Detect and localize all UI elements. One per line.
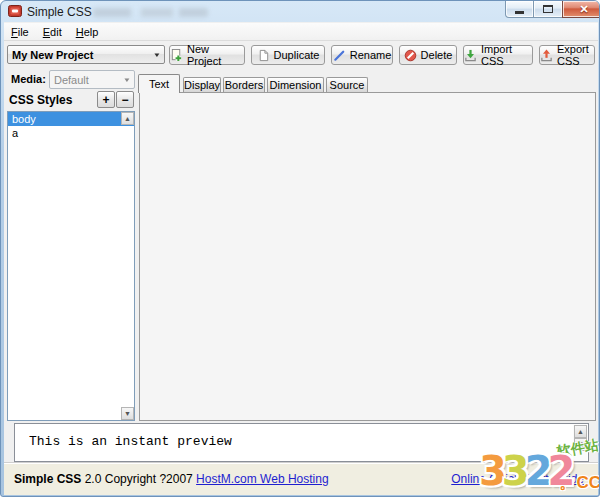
status-right: Online Quick Start Guide: [451, 472, 584, 486]
close-icon: ✕: [579, 3, 588, 16]
duplicate-button[interactable]: Duplicate: [251, 45, 325, 65]
chevron-down-icon: ▼: [153, 52, 161, 58]
menu-lines-icon: ≡: [578, 439, 584, 450]
import-css-label: Import CSS: [481, 43, 532, 67]
list-scroll-down-button[interactable]: ▼: [121, 407, 134, 420]
media-select[interactable]: Default ▼: [49, 70, 135, 89]
tab-text[interactable]: Text: [138, 74, 180, 93]
menu-help[interactable]: Help: [69, 24, 106, 40]
tab-dimension[interactable]: Dimension: [267, 77, 324, 92]
new-project-icon: [170, 49, 183, 62]
media-label: Media:: [11, 73, 46, 85]
rename-label: Rename: [350, 49, 392, 61]
minimize-icon: [515, 11, 524, 14]
text-tab-panel: [139, 92, 596, 421]
scroll-up-icon: ▲: [124, 115, 131, 122]
export-css-button[interactable]: Export CSS: [539, 45, 595, 65]
css-styles-header: CSS Styles: [9, 93, 72, 107]
status-left: Simple CSS 2.0 Copyright ?2007 HostM.com…: [14, 472, 329, 486]
preview-text: This is an instant preview: [29, 434, 232, 449]
delete-icon: [404, 49, 417, 62]
list-scroll-up-button[interactable]: ▲: [121, 112, 134, 125]
status-app-name: Simple CSS: [14, 472, 81, 486]
rename-button[interactable]: Rename: [331, 45, 393, 65]
css-styles-list: body a: [7, 111, 135, 421]
scroll-down-icon: ▼: [124, 410, 131, 417]
rename-icon: [333, 49, 346, 62]
maximize-icon: [543, 5, 553, 13]
status-bar: Simple CSS 2.0 Copyright ?2007 HostM.com…: [4, 462, 598, 495]
app-window: Simple CSS ✕ File Edit Help My New Proje…: [0, 0, 600, 497]
list-item[interactable]: body: [8, 112, 134, 126]
tab-source[interactable]: Source: [326, 77, 368, 92]
preview-pane: This is an instant preview ▲ ≡: [14, 423, 589, 462]
duplicate-label: Duplicate: [274, 49, 320, 61]
menu-bar: File Edit Help: [4, 23, 598, 41]
delete-label: Delete: [421, 49, 453, 61]
new-project-button[interactable]: New Project: [169, 45, 245, 65]
window-controls: ✕: [505, 1, 600, 18]
hostm-link[interactable]: HostM.com Web Hosting: [196, 472, 329, 486]
preview-scrollbar[interactable]: ▲ ≡: [573, 425, 587, 461]
delete-button[interactable]: Delete: [399, 45, 457, 65]
chevron-down-icon: ▼: [123, 77, 131, 83]
list-item[interactable]: a: [8, 126, 134, 140]
new-project-label: New Project: [187, 43, 244, 67]
menu-edit[interactable]: Edit: [36, 24, 69, 40]
import-css-icon: [464, 49, 477, 62]
project-select-value: My New Project: [12, 49, 151, 61]
duplicate-icon: [257, 49, 270, 62]
project-select[interactable]: My New Project ▼: [7, 45, 165, 64]
close-button[interactable]: ✕: [562, 1, 600, 18]
preview-scroll-up-button[interactable]: ▲: [574, 425, 587, 438]
scroll-up-icon: ▲: [577, 428, 584, 435]
app-icon: [8, 4, 22, 18]
status-version: 2.0 Copyright ?2007: [81, 472, 196, 486]
minimize-button[interactable]: [505, 1, 534, 18]
titlebar[interactable]: Simple CSS ✕: [1, 1, 599, 22]
preview-menu-button[interactable]: ≡: [574, 438, 587, 451]
quick-start-link[interactable]: Online Quick Start Guide: [451, 472, 584, 486]
titlebar-watermark: [93, 8, 208, 17]
media-select-value: Default: [54, 74, 121, 86]
export-css-label: Export CSS: [557, 43, 594, 67]
tab-borders[interactable]: Borders: [223, 77, 265, 92]
maximize-button[interactable]: [534, 1, 562, 18]
import-css-button[interactable]: Import CSS: [463, 45, 533, 65]
export-css-icon: [540, 49, 553, 62]
menu-file[interactable]: File: [4, 24, 36, 40]
window-title: Simple CSS: [27, 5, 92, 19]
tab-display[interactable]: Display: [183, 77, 221, 92]
